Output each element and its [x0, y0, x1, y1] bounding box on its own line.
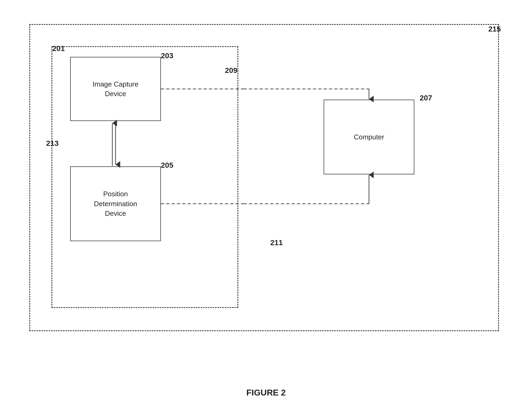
image-capture-device-text: Image Capture Device — [93, 79, 138, 99]
figure-caption: FIGURE 2 — [246, 388, 286, 398]
label-215: 215 — [488, 25, 501, 33]
outer-box-215: 215 201 Image Capture Device 203 Positio… — [29, 24, 499, 331]
position-determination-device-text: Position Determination Device — [94, 189, 137, 218]
label-209: 209 — [225, 66, 237, 75]
diagram-container: 215 201 Image Capture Device 203 Positio… — [21, 16, 510, 358]
label-205: 205 — [161, 161, 173, 170]
label-207: 207 — [420, 94, 432, 102]
label-203: 203 — [161, 52, 173, 60]
label-201: 201 — [52, 44, 65, 53]
label-213: 213 — [46, 139, 59, 148]
computer-text: Computer — [354, 133, 384, 141]
position-determination-device-box: Position Determination Device — [70, 166, 161, 241]
computer-box: Computer — [324, 100, 414, 174]
image-capture-device-box: Image Capture Device — [70, 57, 161, 121]
label-211: 211 — [270, 238, 283, 247]
